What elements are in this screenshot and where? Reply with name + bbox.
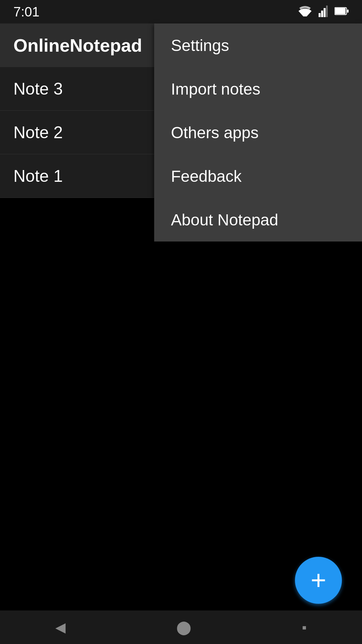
fab-add-button[interactable]: + (295, 557, 342, 604)
menu-item-import-notes[interactable]: Import notes (154, 67, 362, 111)
about-notepad-label: About Notepad (171, 211, 278, 229)
feedback-label: Feedback (171, 167, 242, 185)
battery-icon (335, 6, 349, 17)
menu-item-others-apps[interactable]: Others apps (154, 111, 362, 154)
fab-plus-icon: + (311, 567, 326, 594)
menu-item-about-notepad[interactable]: About Notepad (154, 198, 362, 241)
note2-label: Note 2 (13, 123, 63, 142)
status-icons (298, 5, 349, 18)
signal-icon (318, 5, 328, 18)
menu-item-settings[interactable]: Settings (154, 23, 362, 67)
svg-rect-5 (335, 8, 346, 14)
others-apps-label: Others apps (171, 123, 258, 142)
import-notes-label: Import notes (171, 80, 260, 98)
svg-rect-6 (347, 10, 349, 13)
app-title: OnlineNotepad (13, 35, 142, 56)
notes-list: Note 3 Note 2 Note 1 (0, 67, 181, 198)
note1-label: Note 1 (13, 166, 63, 186)
nav-back-button[interactable]: ◀ (55, 620, 66, 635)
note-item-note1[interactable]: Note 1 (0, 154, 181, 198)
svg-rect-1 (321, 11, 323, 17)
note3-label: Note 3 (13, 79, 63, 99)
wifi-icon (298, 6, 312, 18)
left-panel: OnlineNotepad Note 3 Note 2 Note 1 (0, 23, 181, 198)
nav-bar: ◀ ⬤ ▪ (0, 610, 362, 644)
svg-rect-2 (324, 8, 326, 17)
status-bar: 7:01 (0, 0, 362, 23)
menu-item-feedback[interactable]: Feedback (154, 154, 362, 198)
note-item-note2[interactable]: Note 2 (0, 111, 181, 154)
svg-rect-0 (319, 13, 321, 17)
note-item-note3[interactable]: Note 3 (0, 67, 181, 111)
svg-rect-3 (326, 6, 328, 17)
status-time: 7:01 (13, 4, 40, 19)
settings-label: Settings (171, 36, 229, 55)
nav-recent-button[interactable]: ▪ (302, 620, 307, 635)
dropdown-menu: Settings Import notes Others apps Feedba… (154, 23, 362, 241)
app-bar: OnlineNotepad (0, 23, 181, 67)
nav-home-button[interactable]: ⬤ (176, 620, 191, 635)
